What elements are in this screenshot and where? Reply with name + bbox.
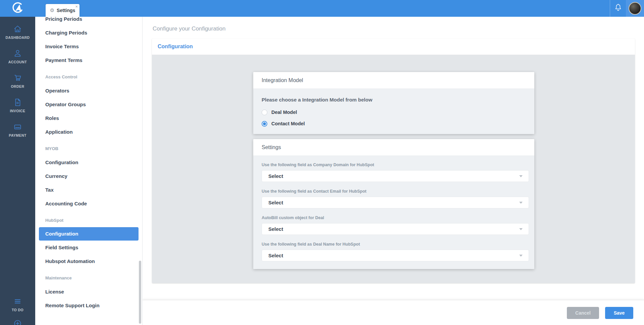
action-footer: Cancel Save <box>143 300 644 325</box>
radio-selected-icon <box>262 121 267 127</box>
field-label: Use the following field as Deal Name for… <box>262 241 529 248</box>
plus-circle-icon <box>13 319 22 325</box>
avatar <box>629 2 641 15</box>
settings-nav-item-hubspot-automation[interactable]: Hubspot Automation <box>35 254 142 268</box>
chevron-down-icon <box>519 228 523 230</box>
tab-settings-label: Settings <box>57 8 75 13</box>
menu-icon <box>13 297 22 306</box>
top-bar: ⚙ Settings × <box>0 0 644 17</box>
left-nav-item-payment[interactable]: PAYMENT <box>0 119 35 143</box>
chevron-down-icon <box>519 255 523 257</box>
cancel-button[interactable]: Cancel <box>567 307 599 319</box>
field-group-use-the-following-field-as-company-domain-for-hubspot: Use the following field as Company Domai… <box>262 161 529 182</box>
field-label: Use the following field as Company Domai… <box>262 161 529 168</box>
cart-icon <box>13 73 22 82</box>
integration-model-title: Integration Model <box>262 77 303 83</box>
bell-icon <box>614 3 623 14</box>
settings-panel-header: Settings <box>253 139 534 156</box>
left-nav-item-new[interactable]: NEW <box>0 318 35 325</box>
radio-list: Deal ModelContact Model <box>262 108 529 128</box>
integration-model-panel: Integration Model Please choose a Integr… <box>253 72 534 134</box>
home-icon <box>13 24 22 34</box>
gear-icon: ⚙ <box>50 8 54 13</box>
left-nav-item-to-do[interactable]: TO DO <box>0 296 35 318</box>
field-label: Use the following field as Contact Email… <box>262 188 529 195</box>
left-nav-item-order[interactable]: ORDER <box>0 70 35 94</box>
settings-nav: Pricing PeriodsCharging PeriodsInvoice T… <box>35 17 142 312</box>
settings-nav-item-invoice-terms[interactable]: Invoice Terms <box>35 40 142 53</box>
settings-nav-section-myob: MYOB <box>35 142 142 155</box>
settings-nav-section-hubspot: HubSpot <box>35 213 142 227</box>
left-nav-item-label: PAYMENT <box>9 133 26 137</box>
card-title: Configuration <box>158 44 193 50</box>
tab-settings[interactable]: ⚙ Settings × <box>46 4 79 17</box>
radio-option-label: Contact Model <box>271 121 305 126</box>
select-use-the-following-field-as-contact-email-for-hubspot[interactable]: Select <box>262 197 529 208</box>
primary-sidebar: DASHBOARDACCOUNTORDERINVOICEPAYMENT TO D… <box>0 17 35 325</box>
select-autobill-custom-object-for-deal[interactable]: Select <box>262 223 529 235</box>
user-menu[interactable] <box>626 0 644 17</box>
settings-nav-item-tax[interactable]: Tax <box>35 183 142 197</box>
select-value: Select <box>268 226 519 232</box>
sidebar-scrollbar-thumb[interactable] <box>139 261 141 324</box>
left-nav-bottom: TO DONEW <box>0 296 35 325</box>
settings-nav-item-license[interactable]: License <box>35 285 142 299</box>
settings-nav-item-remote-support-login[interactable]: Remote Support Login <box>35 299 142 312</box>
app-logo[interactable] <box>0 0 35 17</box>
settings-nav-item-currency[interactable]: Currency <box>35 169 142 183</box>
select-value: Select <box>268 253 519 258</box>
select-use-the-following-field-as-company-domain-for-hubspot[interactable]: Select <box>262 170 529 182</box>
app-window: ⚙ Settings × DASHBOARDACCOUNTORDERINVOIC… <box>0 0 644 325</box>
chevron-down-icon <box>519 175 523 177</box>
integration-model-prompt: Please choose a Integration Model from b… <box>262 96 529 103</box>
settings-nav-item-application[interactable]: Application <box>35 125 142 139</box>
settings-nav-item-pricing-periods[interactable]: Pricing Periods <box>35 17 142 26</box>
integration-model-header: Integration Model <box>253 72 534 89</box>
settings-nav-item-operator-groups[interactable]: Operator Groups <box>35 97 142 111</box>
chevron-down-icon <box>519 202 523 204</box>
field-group-use-the-following-field-as-contact-email-for-hubspot: Use the following field as Contact Email… <box>262 188 529 208</box>
left-nav-top: DASHBOARDACCOUNTORDERINVOICEPAYMENT <box>0 17 35 143</box>
invoice-icon <box>13 98 22 107</box>
radio-option-deal-model[interactable]: Deal Model <box>262 108 529 117</box>
left-nav-item-label: ORDER <box>11 84 24 88</box>
select-use-the-following-field-as-deal-name-for-hubspot[interactable]: Select <box>262 250 529 261</box>
configuration-card-header: Configuration <box>152 39 635 55</box>
left-nav-item-label: INVOICE <box>10 109 25 113</box>
settings-nav-item-operators[interactable]: Operators <box>35 84 142 97</box>
settings-nav-item-configuration[interactable]: Configuration <box>35 155 142 169</box>
left-nav-item-invoice[interactable]: INVOICE <box>0 94 35 119</box>
radio-dot <box>263 122 266 125</box>
save-button[interactable]: Save <box>605 307 633 319</box>
left-nav-item-label: DASHBOARD <box>6 36 30 40</box>
settings-fields: Use the following field as Company Domai… <box>262 161 529 261</box>
settings-nav-item-accounting-code[interactable]: Accounting Code <box>35 197 142 210</box>
close-icon[interactable]: × <box>75 4 78 9</box>
settings-nav-item-charging-periods[interactable]: Charging Periods <box>35 26 142 40</box>
left-nav-item-label: TO DO <box>12 308 23 312</box>
field-group-use-the-following-field-as-deal-name-for-hubspot: Use the following field as Deal Name for… <box>262 241 529 261</box>
settings-sidebar: Pricing PeriodsCharging PeriodsInvoice T… <box>35 17 143 325</box>
settings-nav-item-field-settings[interactable]: Field Settings <box>35 241 142 254</box>
credit-card-icon <box>13 122 22 131</box>
user-icon <box>13 49 22 58</box>
field-group-autobill-custom-object-for-deal: AutoBill custom object for DealSelect <box>262 214 529 235</box>
settings-nav-item-configuration[interactable]: Configuration <box>39 227 139 241</box>
configuration-card: Configuration Integration Model Please c… <box>152 39 635 283</box>
settings-panel: Settings Use the following field as Comp… <box>253 139 534 269</box>
left-nav-item-account[interactable]: ACCOUNT <box>0 46 35 70</box>
left-nav-item-dashboard[interactable]: DASHBOARD <box>0 21 35 46</box>
settings-nav-item-payment-terms[interactable]: Payment Terms <box>35 53 142 67</box>
radio-unselected-icon <box>262 110 267 115</box>
settings-panel-title: Settings <box>262 144 281 150</box>
select-value: Select <box>268 200 519 205</box>
page-title: Configure your Configuration <box>153 25 225 32</box>
integration-model-body: Please choose a Integration Model from b… <box>253 89 534 134</box>
settings-nav-section-maintenance: Maintenance <box>35 271 142 285</box>
radio-option-contact-model[interactable]: Contact Model <box>262 119 529 128</box>
settings-nav-item-roles[interactable]: Roles <box>35 111 142 125</box>
notifications-button[interactable] <box>612 0 624 17</box>
logo-icon <box>11 1 24 15</box>
field-label: AutoBill custom object for Deal <box>262 214 529 221</box>
settings-panel-body: Use the following field as Company Domai… <box>253 156 534 269</box>
